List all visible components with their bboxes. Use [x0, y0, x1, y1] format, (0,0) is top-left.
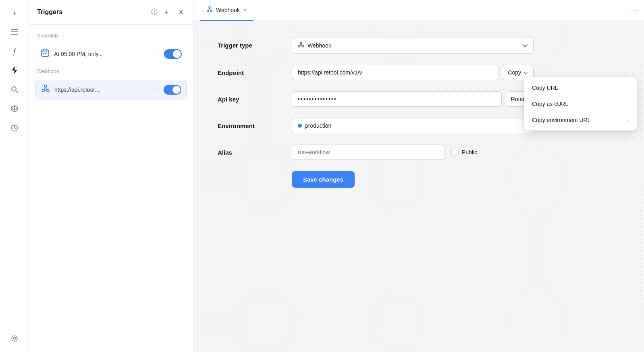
svg-rect-2	[11, 34, 18, 35]
schedule-section-label: Schedule	[35, 31, 187, 41]
triggers-content: Schedule At 05:00 PM, only... ··· Webhoo…	[29, 25, 193, 106]
svg-point-19	[300, 42, 302, 43]
info-icon	[151, 8, 158, 16]
triggers-close-button[interactable]: ✕	[175, 6, 187, 18]
webhook-select-icon	[298, 41, 304, 49]
apikey-input-row: Rotate	[292, 91, 534, 107]
copy-as-curl-label: Copy as cURL	[532, 101, 568, 107]
save-changes-label: Save changes	[303, 176, 343, 183]
webhook-tab-icon	[206, 6, 213, 14]
webhook-toggle[interactable]	[164, 85, 181, 95]
triggers-add-button[interactable]: ＋	[161, 6, 172, 18]
svg-point-13	[44, 85, 47, 87]
plus-icon: ＋	[11, 8, 18, 18]
svg-rect-1	[11, 31, 18, 32]
environment-control: production	[292, 118, 534, 133]
public-checkbox-row: Public	[451, 149, 477, 156]
svg-rect-9	[43, 53, 44, 54]
endpoint-control: Copy	[292, 65, 534, 80]
env-status-dot	[298, 124, 302, 128]
search-icon	[11, 86, 18, 95]
svg-point-6	[13, 337, 15, 339]
endpoint-input[interactable]	[292, 65, 499, 80]
api-key-control: Rotate	[292, 91, 534, 107]
list-icon-btn[interactable]	[6, 24, 23, 40]
schedule-trigger-item[interactable]: At 05:00 PM, only... ···	[35, 44, 187, 63]
calendar-icon	[40, 48, 50, 59]
svg-rect-10	[45, 53, 46, 54]
schedule-item-label: At 05:00 PM, only...	[54, 51, 151, 57]
triggers-header: Triggers ＋ ✕	[29, 0, 193, 25]
save-changes-button[interactable]: Save changes	[292, 171, 355, 188]
alias-control: Public	[292, 145, 534, 160]
main-content: Webhook ✕ ··· Trigger type	[193, 0, 644, 352]
svg-line-4	[15, 90, 18, 93]
trigger-type-control: Webhook	[292, 37, 534, 54]
alias-input-row: Public	[292, 145, 534, 160]
tab-bar: Webhook ✕ ···	[193, 0, 644, 21]
webhook-tab-close[interactable]: ✕	[243, 7, 247, 13]
environment-value: production	[305, 122, 331, 129]
copy-environment-url-label: Copy environment URL	[532, 117, 591, 123]
history-icon-btn[interactable]	[6, 121, 23, 137]
public-label: Public	[462, 149, 477, 155]
api-key-input[interactable]	[292, 91, 502, 107]
cube-icon	[10, 105, 19, 115]
trigger-type-label: Trigger type	[218, 42, 282, 49]
triggers-panel: Triggers ＋ ✕ Schedule At 05:00 PM, only.…	[29, 0, 193, 352]
webhook-tab[interactable]: Webhook ✕	[200, 0, 253, 21]
webhook-tab-label: Webhook	[216, 7, 240, 13]
api-key-label: Api key	[218, 96, 282, 103]
icon-sidebar: ＋ f	[0, 0, 29, 352]
endpoint-label: Endpoint	[218, 69, 282, 76]
history-icon	[11, 124, 18, 134]
svg-point-16	[209, 6, 210, 8]
alias-input[interactable]	[292, 145, 445, 160]
webhook-section-label: Webhook	[35, 66, 187, 77]
copy-environment-url-item[interactable]: Copy environment URL ›	[524, 112, 637, 128]
settings-icon	[11, 335, 18, 344]
environment-select[interactable]: production	[292, 118, 534, 133]
triggers-title: Triggers	[37, 8, 148, 16]
copy-label: Copy	[508, 69, 521, 76]
trigger-type-chevron	[523, 42, 528, 49]
trigger-type-value: Webhook	[307, 42, 331, 49]
trigger-type-row: Trigger type Webhook	[218, 37, 620, 54]
cube-icon-btn[interactable]	[6, 101, 23, 118]
form-area: Trigger type Webhook	[193, 21, 644, 352]
bolt-icon-btn[interactable]	[6, 63, 23, 79]
trigger-type-select[interactable]: Webhook	[292, 37, 534, 54]
environment-label: Environment	[218, 122, 282, 129]
alias-label: Alias	[218, 149, 282, 156]
svg-rect-8	[42, 50, 49, 56]
tab-more-btn[interactable]: ···	[631, 6, 638, 15]
list-icon	[11, 28, 18, 37]
copy-env-url-arrow: ›	[627, 117, 629, 123]
settings-icon-btn[interactable]	[6, 331, 23, 347]
copy-url-label: Copy URL	[532, 85, 558, 91]
function-icon-btn[interactable]: f	[6, 43, 23, 60]
function-icon: f	[13, 48, 15, 56]
copy-as-curl-item[interactable]: Copy as cURL	[524, 96, 637, 112]
search-icon-btn[interactable]	[6, 82, 23, 98]
schedule-more-icon[interactable]: ···	[155, 50, 160, 58]
webhook-more-icon[interactable]: ···	[154, 86, 160, 93]
bolt-icon	[11, 66, 18, 76]
alias-row: Alias Public	[218, 145, 620, 160]
copy-dropdown-menu: Copy URL Copy as cURL Copy environment U…	[524, 77, 637, 130]
endpoint-input-row: Copy	[292, 65, 534, 80]
copy-url-item[interactable]: Copy URL	[524, 80, 637, 96]
public-checkbox[interactable]	[451, 149, 459, 156]
svg-rect-0	[11, 29, 18, 30]
schedule-toggle[interactable]	[164, 49, 182, 59]
webhook-trigger-item[interactable]: https://api.retool.... ···	[35, 80, 187, 99]
webhook-item-label: https://api.retool....	[54, 87, 150, 93]
plus-icon-btn[interactable]: ＋	[6, 5, 23, 21]
copy-chevron-icon	[524, 69, 528, 76]
webhook-icon	[41, 84, 50, 95]
